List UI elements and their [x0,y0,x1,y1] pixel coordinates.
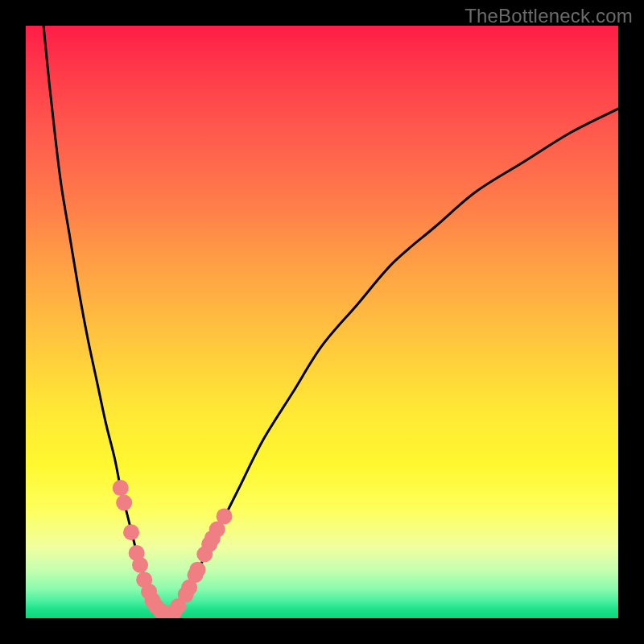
watermark-text: TheBottleneck.com [464,5,633,27]
marker-point [113,480,129,496]
marker-point [123,524,139,540]
chart-frame: TheBottleneck.com [0,0,644,644]
curve-right-curve [174,109,618,615]
marker-point [116,494,132,510]
marker-point [217,508,233,524]
marker-point [132,557,148,573]
curve-left-curve [43,26,162,615]
chart-svg [26,26,618,618]
marker-point [189,562,205,578]
plot-area [26,26,618,618]
